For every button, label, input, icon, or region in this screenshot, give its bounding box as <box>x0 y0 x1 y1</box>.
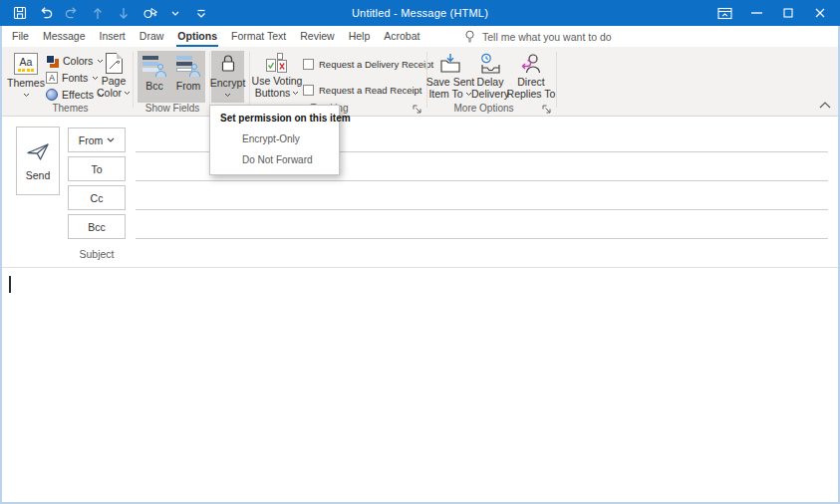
subject-label: Subject <box>68 248 126 260</box>
from-button-label: From <box>79 134 104 146</box>
tab-format-text[interactable]: Format Text <box>224 26 293 47</box>
delay-delivery-icon <box>478 53 502 75</box>
bcc-toggle-label: Bcc <box>145 80 163 92</box>
subject-input[interactable] <box>136 243 828 267</box>
use-voting-buttons-button[interactable]: Use Voting Buttons <box>253 51 301 103</box>
tab-acrobat[interactable]: Acrobat <box>377 26 426 47</box>
effects-icon <box>46 89 58 101</box>
tell-me-label: Tell me what you want to do <box>482 31 612 43</box>
delay-delivery-button[interactable]: Delay Delivery <box>472 51 508 103</box>
save-sent-icon <box>438 53 462 75</box>
bcc-toggle-button[interactable]: Bcc <box>138 51 171 103</box>
from-icon <box>176 55 200 77</box>
bcc-icon <box>142 55 166 77</box>
cc-input[interactable] <box>136 185 828 210</box>
chevron-down-icon <box>124 91 131 96</box>
to-button-label: To <box>91 163 102 175</box>
ribbon-display-options-button[interactable] <box>708 0 740 26</box>
themes-icon: Aa <box>14 53 38 75</box>
read-receipt-label: Request a Read Receipt <box>319 85 422 96</box>
send-label: Send <box>26 169 51 181</box>
encrypt-button[interactable]: Encrypt <box>211 51 244 103</box>
page-color-label-1: Page <box>102 76 127 88</box>
tab-message[interactable]: Message <box>36 26 93 47</box>
read-receipt-checkbox[interactable] <box>303 85 314 96</box>
colors-icon <box>46 55 59 68</box>
message-window: Untitled - Message (HTML) <box>0 0 840 504</box>
menu-item-do-not-forward[interactable]: Do Not Forward <box>210 149 339 170</box>
from-toggle-button[interactable]: From <box>171 51 205 103</box>
more-options-group-label: More Options <box>429 103 538 114</box>
ribbon-tab-bar: File Message Insert Draw Options Format … <box>0 26 840 47</box>
minimize-button[interactable] <box>740 0 772 26</box>
bcc-button[interactable]: Bcc <box>68 214 126 239</box>
tab-review[interactable]: Review <box>293 26 341 47</box>
themes-label: Themes <box>7 78 45 90</box>
send-button[interactable]: Send <box>16 126 60 195</box>
chevron-down-icon <box>107 137 115 142</box>
titlebar: Untitled - Message (HTML) <box>0 0 840 26</box>
more-options-dialog-launcher[interactable] <box>541 104 552 115</box>
tracking-dialog-launcher[interactable] <box>412 104 422 115</box>
lightbulb-icon <box>464 30 475 44</box>
themes-button[interactable]: Aa Themes <box>8 51 44 103</box>
themes-group-label: Themes <box>8 103 133 114</box>
delay-delivery-label-1: Delay <box>477 77 504 89</box>
cc-button-label: Cc <box>91 192 104 204</box>
maximize-button[interactable] <box>772 0 804 26</box>
direct-replies-icon <box>520 53 542 75</box>
fonts-button[interactable]: A Fonts <box>46 70 99 86</box>
tab-file[interactable]: File <box>5 26 36 47</box>
from-toggle-label: From <box>176 80 201 92</box>
tab-help[interactable]: Help <box>342 26 378 47</box>
save-sent-label-1: Save Sent <box>426 77 474 89</box>
from-button[interactable]: From <box>68 127 126 152</box>
close-button[interactable] <box>804 0 836 26</box>
voting-icon <box>266 53 288 74</box>
effects-label: Effects <box>62 89 94 101</box>
tell-me-button[interactable]: Tell me what you want to do <box>464 26 612 47</box>
themes-aa-glyph: Aa <box>20 57 33 68</box>
ribbon-group-more-options: Save Sent Item To Delay Delivery <box>429 51 554 115</box>
lock-icon <box>219 53 237 75</box>
bcc-input[interactable] <box>136 214 828 239</box>
collapse-ribbon-button[interactable] <box>819 102 831 109</box>
to-button[interactable]: To <box>68 156 126 181</box>
read-receipt-checkbox-row[interactable]: Request a Read Receipt <box>303 85 422 96</box>
chevron-down-icon <box>224 93 231 98</box>
use-voting-label-1: Use Voting <box>252 76 303 88</box>
tab-draw[interactable]: Draw <box>133 26 171 47</box>
encrypt-dropdown-menu: Set permission on this item Encrypt-Only… <box>209 105 340 175</box>
direct-replies-label-1: Direct <box>517 77 544 89</box>
save-sent-item-button[interactable]: Save Sent Item To <box>429 51 471 103</box>
page-color-label-2: Color <box>97 88 122 100</box>
delivery-receipt-checkbox-row[interactable]: Request a Delivery Receipt <box>303 59 433 70</box>
window-border-left <box>0 26 2 504</box>
delivery-receipt-checkbox[interactable] <box>303 59 314 70</box>
delay-delivery-label-2: Delivery <box>471 89 509 101</box>
fonts-label: Fonts <box>62 72 88 84</box>
cc-button[interactable]: Cc <box>68 185 126 210</box>
ribbon-group-show-fields: Bcc From Show Fields <box>138 51 207 115</box>
colors-label: Colors <box>63 55 93 67</box>
chevron-down-icon <box>23 93 30 98</box>
bcc-button-label: Bcc <box>88 221 106 233</box>
page-color-button[interactable]: Page Color <box>95 51 133 103</box>
menu-item-encrypt-only[interactable]: Encrypt-Only <box>210 128 339 149</box>
tab-options[interactable]: Options <box>170 26 224 47</box>
paper-plane-icon <box>26 141 50 161</box>
tab-insert[interactable]: Insert <box>93 26 133 47</box>
encrypt-menu-header: Set permission on this item <box>210 106 339 128</box>
chevron-down-icon <box>292 91 299 96</box>
window-controls <box>708 0 836 26</box>
ribbon-group-themes: Aa Themes Colors A Fonts Effects <box>8 51 133 115</box>
encrypt-label: Encrypt <box>210 78 246 90</box>
message-body[interactable] <box>0 268 840 504</box>
direct-replies-label-2: Replies To <box>507 89 556 101</box>
use-voting-label-2: Buttons <box>255 88 291 100</box>
ribbon: Aa Themes Colors A Fonts Effects <box>0 47 840 117</box>
text-caret <box>9 276 11 293</box>
fonts-icon: A <box>46 72 58 84</box>
save-sent-label-2: Item To <box>428 89 462 101</box>
direct-replies-button[interactable]: Direct Replies To <box>508 51 554 103</box>
